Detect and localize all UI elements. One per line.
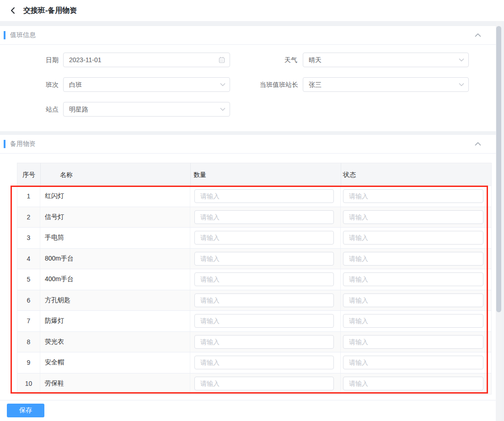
- weather-select[interactable]: 晴天: [303, 53, 469, 67]
- status-input[interactable]: [343, 356, 483, 369]
- station-select[interactable]: 明星路: [63, 102, 230, 117]
- table-row: 9 安全帽: [17, 352, 491, 373]
- status-input[interactable]: [343, 293, 483, 307]
- save-button[interactable]: 保存: [7, 404, 44, 417]
- weather-label: 天气: [238, 53, 297, 67]
- table-row: 5 400m手台: [17, 269, 491, 290]
- shift-label: 班次: [18, 77, 59, 92]
- row-name: 红闪灯: [40, 186, 190, 207]
- row-name: 方孔钥匙: [40, 290, 190, 311]
- quantity-input[interactable]: [194, 335, 334, 349]
- quantity-input[interactable]: [194, 377, 334, 390]
- shift-value: 白班: [69, 81, 82, 88]
- row-index: 3: [17, 228, 40, 248]
- chevron-up-icon: [475, 142, 481, 146]
- row-name: 信号灯: [40, 207, 190, 228]
- date-picker[interactable]: [63, 53, 230, 67]
- row-index: 1: [17, 186, 40, 207]
- column-header-name: 名称: [41, 163, 191, 186]
- status-input[interactable]: [343, 210, 483, 224]
- scrollbar-thumb[interactable]: [496, 26, 501, 312]
- chevron-down-icon: [220, 107, 225, 111]
- duty-master-select[interactable]: 张三: [303, 77, 469, 92]
- row-name: 手电筒: [40, 228, 190, 248]
- table-row: 6 方孔钥匙: [17, 290, 491, 311]
- page-title: 交接班-备用物资: [23, 6, 77, 16]
- row-name: 安全帽: [40, 352, 190, 373]
- column-header-quantity: 数量: [191, 163, 341, 186]
- row-index: 5: [17, 269, 40, 290]
- row-name: 400m手台: [40, 269, 190, 290]
- chevron-down-icon: [459, 83, 464, 86]
- row-name: 荧光衣: [40, 332, 190, 352]
- chevron-down-icon: [459, 58, 464, 62]
- table-row: 1 红闪灯: [17, 186, 491, 207]
- table-body: 1 红闪灯 2 信号灯 3 手电筒 4 800m手台: [17, 186, 492, 394]
- status-input[interactable]: [343, 231, 483, 245]
- supplies-card: 备用物资 序号 名称 数量 状态 1 红闪灯 2 信号灯: [0, 135, 496, 421]
- duty-info-section-title: 值班信息: [10, 31, 36, 39]
- duty-master-value: 张三: [309, 81, 322, 88]
- quantity-input[interactable]: [194, 293, 334, 307]
- quantity-input[interactable]: [194, 314, 334, 328]
- duty-info-collapse-toggle[interactable]: [475, 33, 481, 37]
- table-header-row: 序号 名称 数量 状态: [17, 163, 492, 186]
- weather-value: 晴天: [309, 56, 322, 64]
- status-input[interactable]: [343, 252, 483, 266]
- duty-info-card: 值班信息 日期 天气 晴天 班次 白班: [0, 26, 496, 131]
- row-index: 4: [17, 249, 40, 269]
- row-name: 800m手台: [40, 249, 190, 269]
- section-accent-bar: [4, 31, 5, 39]
- back-button[interactable]: [8, 6, 17, 15]
- supplies-section-header: 备用物资: [0, 135, 496, 154]
- duty-info-section-header: 值班信息: [0, 26, 496, 45]
- row-index: 2: [17, 207, 40, 228]
- status-input[interactable]: [343, 272, 483, 286]
- status-input[interactable]: [343, 189, 483, 203]
- chevron-up-icon: [475, 33, 481, 37]
- row-name: 劳保鞋: [40, 373, 190, 394]
- quantity-input[interactable]: [194, 356, 334, 369]
- status-input[interactable]: [343, 335, 483, 349]
- table-row: 8 荧光衣: [17, 332, 491, 353]
- status-input[interactable]: [343, 314, 483, 328]
- table-row: 3 手电筒: [17, 228, 491, 249]
- station-value: 明星路: [69, 106, 88, 113]
- table-row: 10 劳保鞋: [17, 373, 491, 394]
- section-accent-bar: [4, 140, 5, 148]
- footer-bar: 保存: [0, 400, 496, 421]
- supplies-collapse-toggle[interactable]: [475, 142, 481, 146]
- quantity-input[interactable]: [194, 252, 334, 266]
- supplies-table: 序号 名称 数量 状态 1 红闪灯 2 信号灯 3 手电筒: [17, 163, 492, 394]
- row-name: 防爆灯: [40, 311, 190, 331]
- quantity-input[interactable]: [194, 210, 334, 224]
- quantity-input[interactable]: [194, 272, 334, 286]
- date-label: 日期: [18, 53, 59, 67]
- row-index: 10: [17, 373, 40, 394]
- station-label: 站点: [18, 102, 59, 117]
- chevron-left-icon: [10, 7, 16, 14]
- row-index: 6: [17, 290, 40, 311]
- column-header-status: 状态: [341, 163, 492, 186]
- status-input[interactable]: [343, 377, 483, 390]
- duty-master-label: 当班值班站长: [238, 77, 298, 92]
- supplies-section-title: 备用物资: [10, 140, 36, 148]
- quantity-input[interactable]: [194, 189, 334, 203]
- table-row: 2 信号灯: [17, 207, 491, 228]
- table-row: 7 防爆灯: [17, 311, 491, 332]
- quantity-input[interactable]: [194, 231, 334, 245]
- scrollbar-track[interactable]: [496, 21, 502, 421]
- row-index: 8: [17, 332, 40, 352]
- row-index: 7: [17, 311, 40, 331]
- table-row: 4 800m手台: [17, 249, 491, 270]
- top-bar: 交接班-备用物资: [0, 0, 504, 21]
- row-index: 9: [17, 352, 40, 373]
- date-input[interactable]: [69, 53, 216, 67]
- calendar-icon: [218, 56, 225, 64]
- shift-select[interactable]: 白班: [63, 77, 230, 92]
- chevron-down-icon: [220, 83, 225, 86]
- column-header-no: 序号: [17, 163, 41, 186]
